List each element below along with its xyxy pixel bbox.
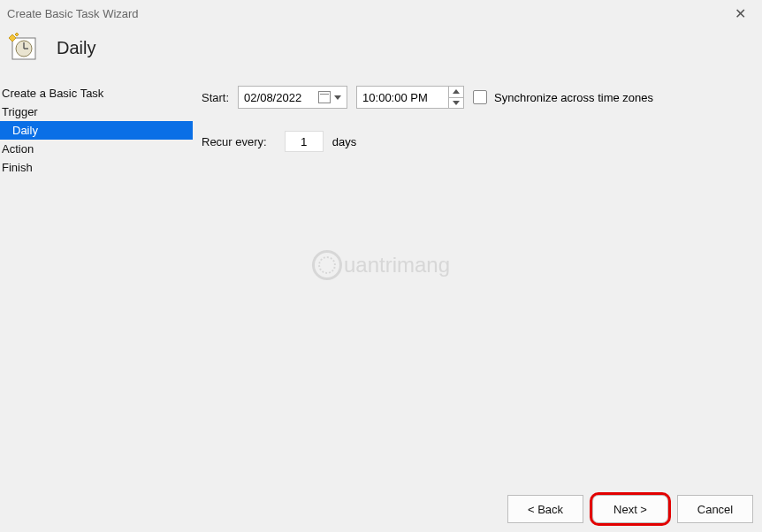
wizard-steps: Create a Basic Task Trigger Daily Action… xyxy=(0,84,193,464)
page-title: Daily xyxy=(57,38,95,58)
wizard-icon xyxy=(9,33,39,63)
recur-unit-label: days xyxy=(332,135,356,148)
cancel-button[interactable]: Cancel xyxy=(677,495,753,523)
start-label: Start: xyxy=(202,91,229,104)
next-button[interactable]: Next > xyxy=(592,495,668,523)
start-time-value: 10:00:00 PM xyxy=(362,91,428,104)
start-date-value: 02/08/2022 xyxy=(244,91,301,104)
step-action[interactable]: Action xyxy=(0,140,193,158)
svg-marker-5 xyxy=(15,33,19,36)
close-button[interactable]: ✕ xyxy=(728,5,753,22)
step-trigger[interactable]: Trigger xyxy=(0,103,193,121)
arrow-up-icon xyxy=(453,89,460,94)
sync-timezones-checkbox[interactable] xyxy=(473,90,487,104)
recur-label: Recur every: xyxy=(202,135,267,148)
time-spinner-down[interactable] xyxy=(449,98,463,109)
sync-timezones-label: Synchronize across time zones xyxy=(494,91,653,104)
time-spinner-up[interactable] xyxy=(449,87,463,98)
start-date-picker[interactable]: 02/08/2022 xyxy=(238,86,347,109)
back-button[interactable]: < Back xyxy=(507,495,583,523)
calendar-icon xyxy=(318,91,331,103)
chevron-down-icon xyxy=(334,95,341,100)
step-daily[interactable]: Daily xyxy=(0,121,193,140)
start-time-picker[interactable]: 10:00:00 PM xyxy=(356,86,464,109)
arrow-down-icon xyxy=(453,101,460,105)
window-title: Create Basic Task Wizard xyxy=(7,7,139,20)
step-create-basic-task[interactable]: Create a Basic Task xyxy=(0,84,193,103)
step-finish[interactable]: Finish xyxy=(0,158,193,177)
recur-interval-input[interactable] xyxy=(285,131,324,152)
